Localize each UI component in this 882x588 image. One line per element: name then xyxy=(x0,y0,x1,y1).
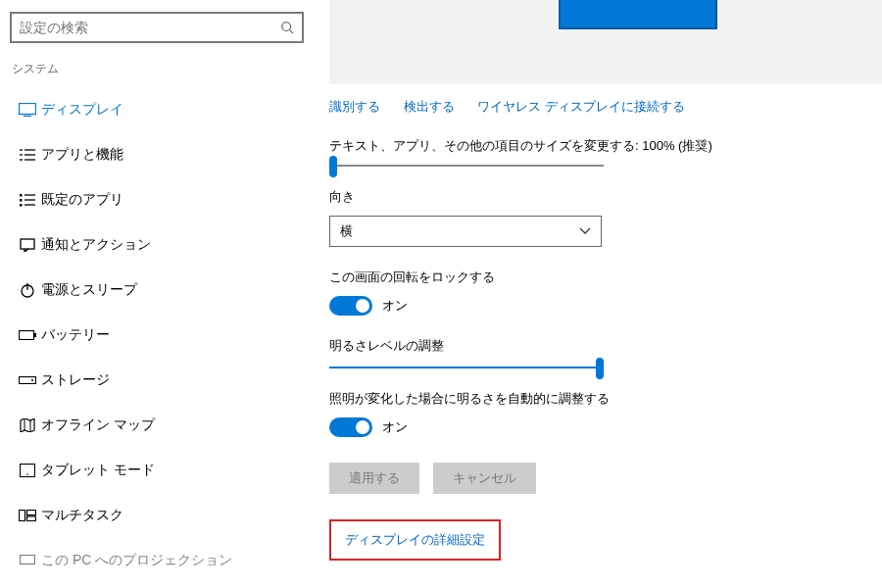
advanced-display-settings-link[interactable]: ディスプレイの詳細設定 xyxy=(345,532,485,547)
sidebar-item-display[interactable]: ディスプレイ xyxy=(10,87,304,132)
sidebar-item-label: 電源とスリープ xyxy=(41,281,137,299)
svg-point-22 xyxy=(31,379,33,381)
sidebar-item-power[interactable]: 電源とスリープ xyxy=(10,268,304,313)
multitask-icon xyxy=(14,510,41,521)
map-icon xyxy=(14,418,41,432)
sidebar-item-storage[interactable]: ストレージ xyxy=(10,358,304,403)
svg-rect-28 xyxy=(27,511,36,515)
battery-icon xyxy=(14,330,41,340)
rotation-lock-label: この画面の回転をロックする xyxy=(329,269,866,286)
scale-slider[interactable] xyxy=(329,165,604,167)
apply-button[interactable]: 適用する xyxy=(329,463,419,494)
orientation-value: 横 xyxy=(340,222,353,240)
svg-rect-29 xyxy=(27,516,36,521)
projection-icon xyxy=(14,555,41,566)
auto-brightness-label: 照明が変化した場合に明るさを自動的に調整する xyxy=(329,390,866,408)
svg-rect-20 xyxy=(34,333,36,337)
wireless-display-link[interactable]: ワイヤレス ディスプレイに接続する xyxy=(477,99,685,114)
display-preview-monitor[interactable] xyxy=(559,0,717,29)
toggle-knob xyxy=(356,299,369,313)
svg-rect-19 xyxy=(20,331,34,340)
chevron-down-icon xyxy=(579,227,591,235)
sidebar-item-default-apps[interactable]: 既定のアプリ xyxy=(10,177,304,222)
svg-rect-16 xyxy=(21,239,34,249)
rotation-lock-state: オン xyxy=(382,297,408,315)
svg-rect-12 xyxy=(20,199,23,202)
advanced-link-highlight: ディスプレイの詳細設定 xyxy=(329,519,501,561)
display-icon xyxy=(14,103,41,117)
toggle-knob xyxy=(356,420,369,434)
sidebar-item-label: アプリと機能 xyxy=(41,146,123,164)
sidebar-item-label: タブレット モード xyxy=(41,462,155,479)
brightness-label: 明るさレベルの調整 xyxy=(329,337,866,355)
power-icon xyxy=(14,282,41,298)
sidebar-item-label: マルチタスク xyxy=(41,507,123,524)
sidebar-item-label: 既定のアプリ xyxy=(41,191,123,209)
svg-rect-27 xyxy=(20,511,25,521)
sidebar-item-apps[interactable]: アプリと機能 xyxy=(10,132,304,177)
scale-slider-thumb[interactable] xyxy=(329,156,337,177)
svg-rect-2 xyxy=(20,104,36,115)
notifications-icon xyxy=(14,238,41,252)
button-row: 適用する キャンセル xyxy=(329,463,866,494)
search-input[interactable] xyxy=(20,20,280,35)
svg-rect-30 xyxy=(21,556,35,564)
sidebar-item-projection[interactable]: この PC へのプロジェクション xyxy=(10,538,304,583)
cancel-button[interactable]: キャンセル xyxy=(433,463,536,494)
svg-line-1 xyxy=(290,30,294,34)
sidebar-item-label: バッテリー xyxy=(41,326,110,344)
sidebar-item-notifications[interactable]: 通知とアクション xyxy=(10,222,304,268)
sidebar-item-multitask[interactable]: マルチタスク xyxy=(10,493,304,538)
tablet-icon xyxy=(14,464,41,477)
identify-link[interactable]: 識別する xyxy=(329,99,380,114)
sidebar-item-label: この PC へのプロジェクション xyxy=(41,552,232,569)
sidebar-section-title: システム xyxy=(12,61,304,77)
svg-point-0 xyxy=(282,23,291,31)
auto-brightness-state: オン xyxy=(382,418,408,436)
search-icon xyxy=(280,21,294,34)
scale-label: テキスト、アプリ、その他の項目のサイズを変更する: 100% (推奨) xyxy=(329,137,866,155)
sidebar-item-tablet-mode[interactable]: タブレット モード xyxy=(10,448,304,493)
svg-rect-14 xyxy=(20,204,23,207)
brightness-slider[interactable] xyxy=(329,367,604,368)
settings-sidebar: システム ディスプレイ アプリと機能 既定のアプリ 通知とアクション xyxy=(0,0,314,588)
main-panel: 識別する 検出する ワイヤレス ディスプレイに接続する テキスト、アプリ、その他… xyxy=(314,0,882,588)
auto-brightness-toggle[interactable] xyxy=(329,417,372,437)
svg-rect-10 xyxy=(20,194,23,197)
brightness-slider-thumb[interactable] xyxy=(596,358,604,379)
orientation-label: 向き xyxy=(329,188,866,206)
sidebar-item-label: 通知とアクション xyxy=(41,236,151,254)
search-box[interactable] xyxy=(10,12,304,43)
sidebar-item-offline-maps[interactable]: オフライン マップ xyxy=(10,403,304,448)
rotation-lock-toggle[interactable] xyxy=(329,296,372,316)
sidebar-item-battery[interactable]: バッテリー xyxy=(10,313,304,358)
svg-point-26 xyxy=(26,473,28,475)
default-apps-icon xyxy=(14,193,41,207)
sidebar-item-label: ストレージ xyxy=(41,371,110,389)
apps-icon xyxy=(14,148,41,162)
sidebar-item-label: ディスプレイ xyxy=(41,101,123,119)
sidebar-item-label: オフライン マップ xyxy=(41,416,155,434)
detect-link[interactable]: 検出する xyxy=(404,99,455,114)
display-preview-area xyxy=(329,0,882,84)
display-action-links: 識別する 検出する ワイヤレス ディスプレイに接続する xyxy=(329,98,866,116)
storage-icon xyxy=(14,376,41,384)
orientation-dropdown[interactable]: 横 xyxy=(329,216,602,247)
